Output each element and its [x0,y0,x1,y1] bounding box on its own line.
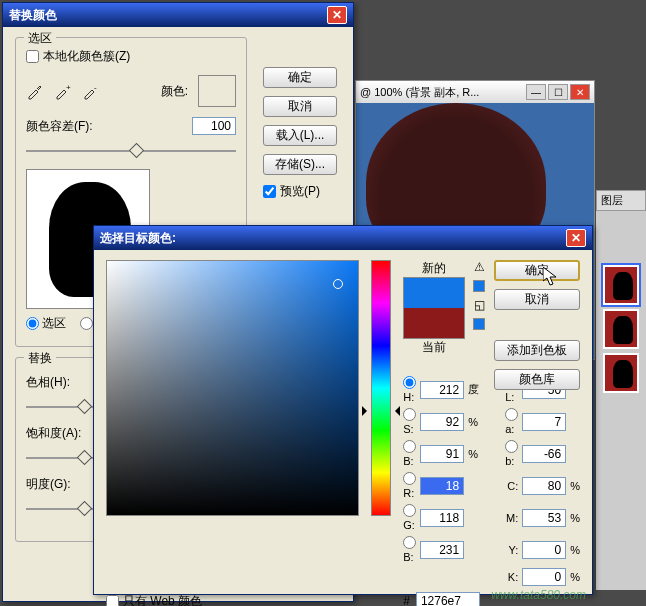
fuzziness-input[interactable] [192,117,236,135]
gamut-swatch[interactable] [473,280,485,292]
load-button[interactable]: 载入(L)... [263,125,337,146]
y-label: Y: [505,544,518,556]
current-label: 当前 [403,339,465,356]
h-radio[interactable]: H: [403,376,416,403]
b-lab-radio[interactable]: b: [505,440,518,467]
svg-text:-: - [94,83,97,92]
h-input[interactable] [420,381,464,399]
layer-thumb[interactable] [603,353,639,393]
preview-checkbox[interactable]: 预览(P) [263,183,337,200]
c-input[interactable] [522,477,566,495]
minimize-button[interactable]: — [526,84,546,100]
dialog-titlebar[interactable]: 替换颜色 ✕ [3,3,353,27]
b-hsb-input[interactable] [420,445,464,463]
hue-slider[interactable] [371,260,391,516]
eyedropper-plus-icon[interactable]: + [54,82,72,100]
cancel-button[interactable]: 取消 [263,96,337,117]
dialog-title: 替换颜色 [9,7,57,24]
close-button[interactable]: ✕ [570,84,590,100]
r-radio[interactable]: R: [403,472,416,499]
s-radio[interactable]: S: [403,408,416,435]
gamut-warning-icon[interactable]: ⚠ [474,260,485,274]
add-swatch-button[interactable]: 添加到色板 [494,340,580,361]
close-icon[interactable]: ✕ [327,6,347,24]
localized-check-input[interactable] [26,50,39,63]
replacement-legend: 替换 [24,350,56,367]
hex-input[interactable] [416,592,480,606]
k-input[interactable] [522,568,566,586]
s-input[interactable] [420,413,464,431]
color-swatch[interactable] [198,75,236,107]
fuzziness-label: 颜色容差(F): [26,118,93,135]
current-color-swatch [404,308,464,338]
preview-check-input[interactable] [263,185,276,198]
picker-titlebar[interactable]: 选择目标颜色: ✕ [94,226,592,250]
b-rgb-radio[interactable]: B: [403,536,416,563]
picker-title: 选择目标颜色: [100,230,176,247]
color-compare[interactable] [403,277,465,339]
document-title: @ 100% (背景 副本, R... [360,85,479,100]
picker-ok-button[interactable]: 确定 [494,260,580,281]
g-input[interactable] [420,509,464,527]
eyedropper-icon[interactable] [26,82,44,100]
picker-cancel-button[interactable]: 取消 [494,289,580,310]
sv-field[interactable] [106,260,359,516]
selection-legend: 选区 [24,30,56,47]
save-button[interactable]: 存储(S)... [263,154,337,175]
libraries-button[interactable]: 颜色库 [494,369,580,390]
c-label: C: [505,480,518,492]
layer-thumb[interactable] [603,309,639,349]
b-rgb-input[interactable] [420,541,464,559]
maximize-button[interactable]: ☐ [548,84,568,100]
hue-label: 色相(H): [26,374,70,391]
close-icon[interactable]: ✕ [566,229,586,247]
radio-selection[interactable]: 选区 [26,315,66,332]
eyedropper-minus-icon[interactable]: - [82,82,100,100]
new-label: 新的 [403,260,465,277]
cube-icon[interactable]: ◱ [474,298,485,312]
b-hsb-radio[interactable]: B: [403,440,416,467]
layer-thumb[interactable] [603,265,639,305]
web-only-checkbox[interactable]: 只有 Web 颜色 [106,593,202,606]
fuzziness-slider[interactable] [26,141,236,161]
color-label: 颜色: [161,83,188,100]
sv-cursor [333,279,343,289]
ok-button[interactable]: 确定 [263,67,337,88]
b-lab-input[interactable] [522,445,566,463]
layers-tab[interactable]: 图层 [596,190,646,211]
websafe-swatch[interactable] [473,318,485,330]
k-label: K: [505,571,518,583]
lightness-label: 明度(G): [26,476,71,493]
new-color-swatch [404,278,464,308]
a-input[interactable] [522,413,566,431]
m-label: M: [505,512,518,524]
a-radio[interactable]: a: [505,408,518,435]
r-input[interactable] [420,477,464,495]
color-picker-dialog: 选择目标颜色: ✕ 确定 取消 添加到色板 颜色库 新的 [93,225,593,595]
hash-label: # [403,594,410,606]
saturation-label: 饱和度(A): [26,425,81,442]
g-radio[interactable]: G: [403,504,416,531]
watermark: www.tata580.com [491,588,586,602]
localized-checkbox[interactable]: 本地化颜色簇(Z) [26,48,236,65]
layers-panel: 图层 [596,190,646,590]
document-titlebar[interactable]: @ 100% (背景 副本, R... — ☐ ✕ [356,81,594,103]
m-input[interactable] [522,509,566,527]
y-input[interactable] [522,541,566,559]
svg-text:+: + [66,83,71,92]
